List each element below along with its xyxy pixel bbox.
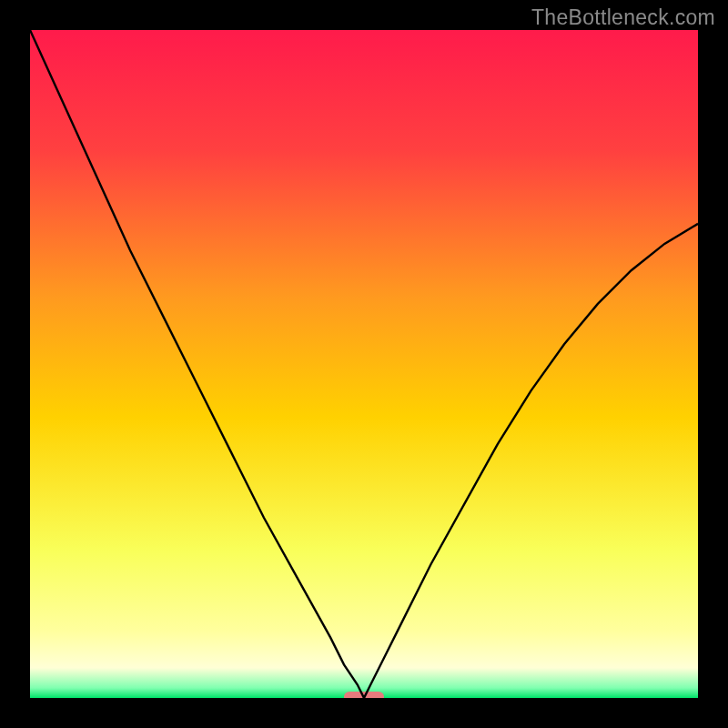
chart-root: TheBottleneck.com xyxy=(0,0,728,728)
gradient-plot-area xyxy=(30,30,698,698)
bottleneck-chart xyxy=(0,0,728,728)
watermark-text: TheBottleneck.com xyxy=(531,5,715,30)
